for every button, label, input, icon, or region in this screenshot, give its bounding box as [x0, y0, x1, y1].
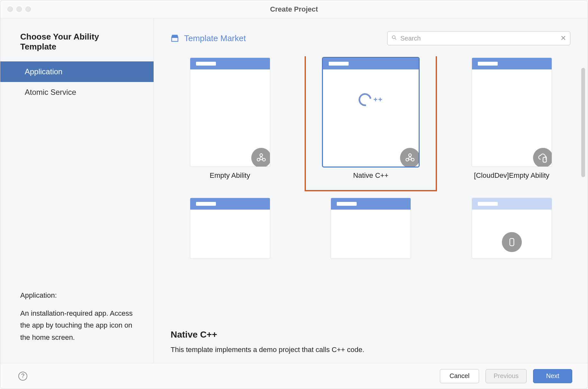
cancel-button[interactable]: Cancel [440, 369, 479, 383]
template-native-cpp[interactable]: ++ Native C++ [323, 58, 419, 180]
template-empty-ability[interactable]: Empty Ability [182, 58, 278, 180]
template-clouddev-empty-ability[interactable]: [CloudDev]Empty Ability [464, 58, 559, 180]
previous-button: Previous [486, 369, 527, 383]
thumbnail-header [190, 198, 270, 210]
help-icon[interactable]: ? [18, 372, 27, 381]
page-title: Choose Your Ability Template [0, 32, 154, 61]
detail-body: This template implements a demo project … [171, 346, 572, 354]
svg-line-3 [395, 38, 396, 40]
zoom-window-icon[interactable] [25, 6, 31, 12]
svg-point-9 [409, 154, 412, 157]
svg-point-6 [260, 154, 263, 157]
svg-point-4 [257, 158, 260, 161]
button-label: Next [546, 372, 559, 380]
search-icon [391, 35, 397, 42]
sidebar-item-label: Atomic Service [25, 88, 76, 97]
dialog-body: Choose Your Ability Template Application… [0, 18, 588, 363]
button-label: Previous [494, 372, 519, 380]
store-icon [171, 34, 179, 42]
template-thumbnail [472, 58, 552, 167]
svg-rect-10 [543, 158, 547, 162]
next-button[interactable]: Next [533, 369, 572, 383]
close-window-icon[interactable] [7, 6, 13, 12]
template-market-label: Template Market [184, 33, 246, 43]
sidebar-description-title: Application: [20, 289, 135, 302]
phone-icon [502, 232, 522, 252]
template-label: Empty Ability [210, 171, 250, 180]
template-thumbnail [331, 198, 411, 259]
detail-title: Native C++ [171, 330, 572, 340]
svg-rect-11 [510, 239, 514, 246]
main-panel: Template Market ✕ [154, 18, 588, 363]
search-input[interactable] [400, 35, 560, 42]
thumbnail-header [331, 198, 411, 210]
template-market-link[interactable]: Template Market [171, 33, 246, 43]
search-field[interactable]: ✕ [387, 31, 570, 45]
window-controls [0, 6, 31, 12]
template-thumbnail [472, 198, 552, 259]
dialog-footer: ? Cancel Previous Next [0, 363, 588, 389]
template-item[interactable] [323, 198, 419, 259]
window-title: Create Project [0, 5, 588, 14]
thumbnail-header [472, 198, 552, 210]
svg-point-7 [406, 158, 409, 161]
template-grid-wrap: Empty Ability ++ Native C++ [171, 56, 572, 324]
template-thumbnail [190, 58, 270, 167]
template-label: Native C++ [353, 171, 388, 180]
clear-search-icon[interactable]: ✕ [560, 34, 566, 42]
sidebar-item-label: Application [25, 67, 62, 76]
create-project-window: Create Project Choose Your Ability Templ… [0, 0, 588, 389]
svg-rect-1 [172, 37, 178, 38]
share-icon [251, 148, 270, 167]
sidebar-item-atomic-service[interactable]: Atomic Service [0, 82, 154, 103]
template-item[interactable] [182, 198, 278, 259]
cpp-icon: ++ [323, 93, 419, 106]
template-grid: Empty Ability ++ Native C++ [171, 56, 572, 259]
svg-point-8 [411, 158, 414, 161]
template-thumbnail: ++ [323, 58, 419, 167]
template-label: [CloudDev]Empty Ability [474, 171, 549, 180]
share-icon [400, 148, 419, 167]
titlebar: Create Project [0, 0, 588, 18]
sidebar-description-body: An installation-required app. Access the… [20, 307, 135, 344]
svg-point-2 [392, 36, 395, 39]
template-detail: Native C++ This template implements a de… [171, 324, 572, 363]
thumbnail-header [472, 58, 552, 69]
template-item[interactable] [464, 198, 559, 259]
svg-point-5 [263, 158, 265, 161]
main-topbar: Template Market ✕ [171, 31, 572, 45]
scrollbar[interactable] [581, 68, 585, 177]
thumbnail-header [190, 58, 270, 69]
sidebar-description: Application: An installation-required ap… [0, 289, 154, 363]
sidebar: Choose Your Ability Template Application… [0, 18, 154, 363]
minimize-window-icon[interactable] [16, 6, 22, 12]
thumbnail-header [323, 58, 419, 69]
button-label: Cancel [450, 372, 469, 380]
template-thumbnail [190, 198, 270, 259]
sidebar-item-application[interactable]: Application [0, 61, 154, 82]
cloud-device-icon [533, 148, 552, 167]
